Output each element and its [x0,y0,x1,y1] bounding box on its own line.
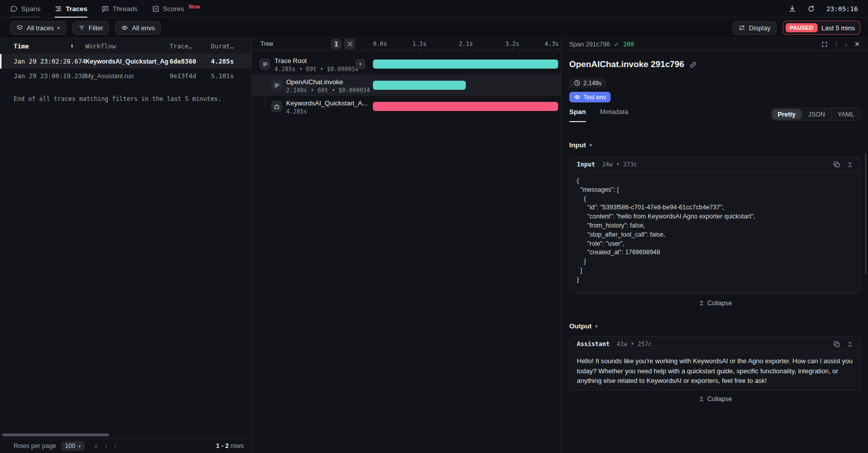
output-card-stats: 41w • 257c [617,341,652,348]
column-header-duration[interactable]: Durat… [211,38,234,53]
filter-button[interactable]: Filter [72,21,110,35]
detail-body: OpenAIChat.invoke 291c796 2.149s Test [569,50,861,453]
column-header-workflow[interactable]: Workflow [85,38,116,53]
link-icon[interactable] [689,61,697,69]
chevron-down-icon: ▾ [589,142,592,148]
node-meta: 4.285s • 69t • $0.000034 [275,66,358,73]
refresh-icon[interactable] [807,5,815,13]
download-icon[interactable] [788,5,796,13]
span-title: OpenAIChat.invoke 291c796 [569,60,684,70]
tab-metadata[interactable]: Metadata [600,108,628,122]
previous-page-icon[interactable]: ‹ [105,442,107,450]
timeline-tick: 0.0s [373,40,387,47]
input-section-label[interactable]: Input ▾ [569,141,592,149]
row-count: 1 - 2 rows [216,442,244,449]
span-id-label: Span 291c796 [569,41,610,48]
table-row[interactable]: Jan 29 23:00:19.238 My_Assistant.run 9e1… [0,69,251,83]
close-icon[interactable]: ✕ [854,40,860,48]
column-header-trace[interactable]: Trace… [170,38,192,53]
clock-time: 23:05:16 [826,5,858,13]
sliders-icon [738,24,745,31]
node-meta: 2.149s • 69t • $0.000034 [286,87,370,94]
previous-span-icon[interactable]: ↑ [835,40,838,48]
timeline-tick: 3.2s [505,40,519,47]
input-card-header: Input 24w • 273c [570,157,860,173]
section-divider [561,317,868,317]
chevron-down-icon: ▾ [78,443,81,449]
input-collapse-button[interactable]: Collapse [569,300,861,307]
display-button[interactable]: Display [732,21,777,35]
clock-icon [574,80,580,86]
rows-per-page-select[interactable]: 100 ▾ [61,441,85,451]
tab-label: Spans [21,5,40,13]
row-height-icon[interactable] [331,39,342,49]
detail-header: Span 291c796 ✓ 200 ↑ ↓ ✕ [561,38,868,50]
table-footer: Rows per page 100 ▾ « ‹ › 1 - 2 rows [0,438,251,453]
input-json[interactable]: { "messages": [ { "id": "5393f586-c701-4… [570,173,860,289]
fullscreen-icon[interactable] [821,41,828,48]
tab-traces[interactable]: Traces [55,0,87,18]
tree-node-openaichat[interactable]: OpenAIChat.invoke 2.149s • 69t • $0.0000… [252,75,561,96]
node-meta: 4.285s [286,108,307,115]
tree-header: Tree 0.0s 1.1s 2.1s 3.2s 4.3s [252,38,561,50]
sort-ascending-icon: ↑ [70,42,74,49]
speech-bubble-icon [10,5,18,13]
collapse-vertical-icon[interactable] [847,161,853,168]
format-json[interactable]: JSON [802,108,831,120]
output-section-label[interactable]: Output ▾ [569,322,598,330]
span-duration-bar[interactable] [373,60,558,69]
copy-icon[interactable] [833,161,840,168]
tick-mark [466,48,466,50]
span-duration-bar[interactable] [373,102,558,111]
input-card-title: Input [577,161,595,168]
expand-caret-button[interactable]: ▾ [355,59,365,69]
chevron-down-icon: ▾ [57,25,60,31]
column-header-time[interactable]: Time ↑ [14,38,29,53]
tree-node-trace-root[interactable]: Trace Root 4.285s • 69t • $0.000034 ▾ [252,53,561,75]
span-tree-panel: Tree 0.0s 1.1s 2.1s 3.2s 4.3s [252,38,561,453]
assistant-message[interactable]: Hello! It sounds like you're working wit… [570,352,860,390]
all-traces-dropdown[interactable]: All traces ▾ [10,21,66,35]
filter-toolbar: All traces ▾ Filter All envs [0,18,868,38]
next-page-icon[interactable]: › [115,442,117,450]
list-lines-icon [271,80,282,91]
tree-node-keywordsai-quickstart[interactable]: KeywordsAI_Quickstart_A... 4.285s [252,96,561,117]
input-card-stats: 24w • 273c [602,161,637,168]
first-page-icon[interactable]: « [94,442,98,450]
span-duration-bar[interactable] [373,81,466,90]
chevron-down-icon: ▾ [595,323,598,329]
format-yaml[interactable]: YAML [831,108,860,120]
list-lines-icon [259,59,270,70]
tab-threads[interactable]: Threads [101,0,138,18]
all-envs-button[interactable]: All envs [115,21,161,35]
topnav-actions: 23:05:16 [788,5,858,13]
tick-mark [373,48,373,50]
output-card-title: Assistant [577,341,610,348]
tab-span[interactable]: Span [569,108,586,122]
tab-scores[interactable]: Scores New [152,0,200,18]
time-range-label: Last 5 mins [822,24,855,32]
tab-label: Threads [113,5,138,13]
output-collapse-button[interactable]: Collapse [569,395,861,403]
node-name: Trace Root [275,57,307,65]
vertical-scrollbar[interactable] [865,153,866,274]
span-detail-panel: Span 291c796 ✓ 200 ↑ ↓ ✕ OpenAIChat.invo… [561,38,868,453]
new-badge: New [189,4,200,10]
tab-spans[interactable]: Spans [10,0,40,18]
detail-tabs: Span Metadata Pretty JSON YAML [569,108,861,122]
collapse-vertical-icon [698,396,704,402]
input-card: Input 24w • 273c { "messages": [ { [569,156,861,294]
copy-icon[interactable] [833,341,840,348]
traces-table-panel: Time ↑ Workflow Trace… Durat… Jan 29 23:… [0,38,252,453]
duration-pill: 2.149s [569,78,606,88]
environment-badge[interactable]: Test env [569,92,611,102]
trace-viewer-app: Spans Traces Threads Scores [0,0,868,453]
tick-mark [512,48,513,50]
table-row[interactable]: Jan 29 23:02:28.674 KeywordsAI_Quickstar… [0,54,251,69]
collapse-vertical-icon[interactable] [847,341,853,348]
time-range-paused-button[interactable]: PAUSED Last 5 mins [783,21,860,35]
next-span-icon[interactable]: ↓ [845,40,848,48]
format-pretty[interactable]: Pretty [772,109,801,120]
waterfall-view-icon[interactable] [344,39,355,49]
horizontal-scrollbar[interactable] [2,433,109,436]
